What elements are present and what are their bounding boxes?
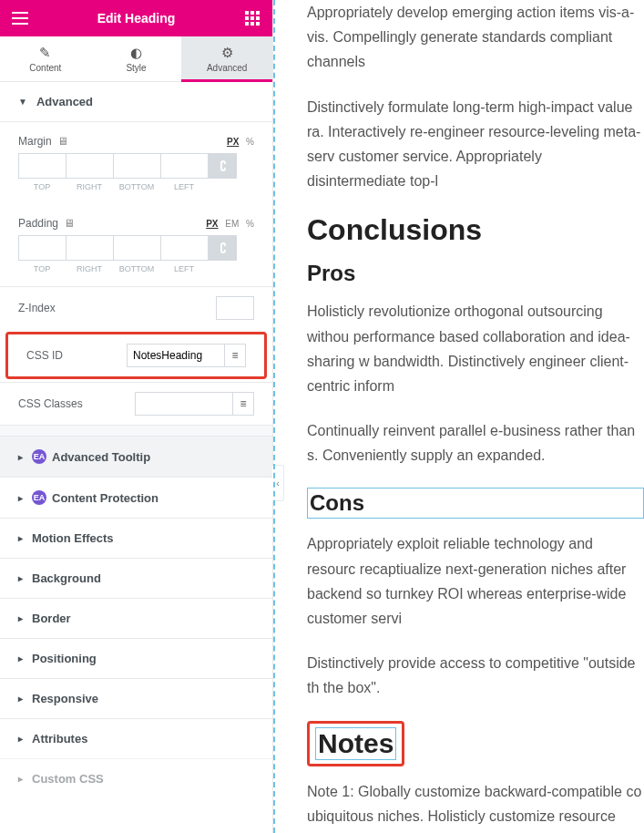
caret-right-icon: ▸ — [18, 694, 23, 704]
section-label: Advanced Tooltip — [52, 450, 150, 464]
padding-link-button[interactable] — [208, 235, 237, 261]
cssid-highlight: CSS ID ≡ — [5, 332, 267, 379]
svg-rect-2 — [256, 11, 260, 15]
element-outline[interactable]: Notes — [315, 727, 396, 760]
caret-right-icon: ▸ — [18, 452, 23, 462]
section-label: Responsive — [32, 692, 98, 705]
tab-style[interactable]: ◐ Style — [91, 36, 182, 81]
section-label: Attributes — [32, 732, 87, 746]
link-icon — [217, 159, 228, 172]
margin-left-input[interactable] — [160, 153, 208, 179]
svg-rect-1 — [250, 11, 254, 15]
section-positioning[interactable]: ▸ Positioning — [0, 638, 272, 678]
tab-content[interactable]: ✎ Content — [0, 36, 91, 81]
panel-body: ▼ Advanced Margin🖥 PX % — [0, 82, 272, 833]
section-content-protection[interactable]: ▸ EA Content Protection — [0, 477, 272, 518]
label-top: TOP — [18, 264, 66, 273]
unit-pct[interactable]: % — [246, 219, 254, 229]
svg-rect-6 — [245, 22, 249, 26]
responsive-icon[interactable]: 🖥 — [57, 135, 68, 148]
dynamic-tags-button[interactable]: ≡ — [224, 344, 246, 367]
padding-bottom-input[interactable] — [113, 235, 160, 261]
margin-top-input[interactable] — [18, 153, 66, 179]
svg-rect-4 — [250, 16, 254, 20]
section-advanced-toggle[interactable]: ▼ Advanced — [0, 82, 272, 122]
caret-right-icon: ▸ — [18, 573, 23, 583]
cssid-input[interactable] — [127, 344, 225, 367]
control-cssclasses: CSS Classes ≡ — [0, 382, 272, 425]
contrast-icon: ◐ — [130, 45, 142, 61]
notes-highlight: Notes — [307, 721, 404, 766]
section-label: Positioning — [32, 652, 97, 665]
zindex-label: Z-Index — [18, 302, 56, 314]
margin-right-input[interactable] — [66, 153, 113, 179]
svg-rect-7 — [250, 22, 254, 26]
preview-area[interactable]: Appropriately develop emerging action it… — [273, 0, 644, 833]
section-motion-effects[interactable]: ▸ Motion Effects — [0, 518, 272, 558]
padding-right-input[interactable] — [66, 235, 113, 261]
section-custom-css[interactable]: ▸ Custom CSS — [0, 758, 272, 798]
section-background[interactable]: ▸ Background — [0, 558, 272, 598]
cssclasses-input[interactable] — [135, 392, 233, 416]
body-text: Holisticly revolutionize orthogonal outs… — [307, 299, 644, 398]
margin-label: Margin🖥 — [18, 135, 68, 148]
responsive-icon[interactable]: 🖥 — [64, 217, 75, 230]
section-label: Border — [32, 612, 71, 625]
section-attributes[interactable]: ▸ Attributes — [0, 718, 272, 758]
gear-icon: ⚙ — [221, 45, 233, 61]
section-responsive[interactable]: ▸ Responsive — [0, 678, 272, 718]
body-text: Distinctively formulate long-term high-i… — [307, 95, 644, 194]
database-icon: ≡ — [240, 397, 246, 410]
panel-tabs: ✎ Content ◐ Style ⚙ Advanced — [0, 36, 272, 82]
body-text: Appropriately develop emerging action it… — [307, 0, 644, 75]
label-left: LEFT — [160, 182, 208, 191]
dynamic-tags-button[interactable]: ≡ — [232, 392, 254, 416]
padding-left-input[interactable] — [160, 235, 208, 261]
editor-top-bar: Edit Heading — [0, 0, 272, 36]
heading-cons[interactable]: Cons — [310, 490, 641, 516]
ea-badge-icon: EA — [32, 490, 46, 505]
control-cssid: CSS ID ≡ — [8, 334, 264, 376]
element-outline[interactable]: Cons — [307, 488, 644, 519]
padding-top-input[interactable] — [18, 235, 66, 261]
unit-px[interactable]: PX — [206, 219, 218, 229]
apps-icon[interactable] — [243, 9, 261, 27]
margin-bottom-input[interactable] — [113, 153, 160, 179]
heading-conclusions[interactable]: Conclusions — [307, 213, 644, 247]
label-right: RIGHT — [66, 182, 113, 191]
heading-pros[interactable]: Pros — [307, 261, 644, 286]
section-border[interactable]: ▸ Border — [0, 598, 272, 638]
label-bottom: BOTTOM — [113, 182, 160, 191]
pencil-icon: ✎ — [39, 45, 51, 61]
caret-right-icon: ▸ — [18, 613, 23, 623]
tab-advanced[interactable]: ⚙ Advanced — [181, 36, 272, 81]
svg-rect-5 — [256, 16, 260, 20]
caret-down-icon: ▼ — [18, 97, 27, 107]
unit-em[interactable]: EM — [225, 219, 239, 229]
tab-content-label: Content — [29, 63, 61, 73]
control-zindex: Z-Index — [0, 286, 272, 329]
unit-px[interactable]: PX — [227, 137, 239, 147]
caret-right-icon: ▸ — [18, 533, 23, 543]
control-margin: Margin🖥 PX % TOP RIGHT BOTTOM — [0, 122, 272, 204]
margin-units: PX % — [222, 137, 254, 147]
margin-link-button[interactable] — [208, 153, 237, 179]
svg-rect-3 — [245, 16, 249, 20]
label-top: TOP — [18, 182, 66, 191]
body-text: Distinctively provide access to competit… — [307, 651, 644, 700]
section-label: Content Protection — [52, 491, 158, 505]
caret-right-icon: ▸ — [18, 493, 23, 503]
section-advanced-label: Advanced — [36, 95, 93, 108]
unit-pct[interactable]: % — [246, 137, 254, 147]
label-bottom: BOTTOM — [113, 264, 160, 273]
menu-icon[interactable] — [11, 9, 29, 27]
section-label: Background — [32, 571, 101, 585]
control-padding: Padding🖥 PX EM % TOP RIGHT — [0, 204, 272, 286]
database-icon: ≡ — [231, 349, 238, 362]
heading-notes[interactable]: Notes — [318, 728, 394, 759]
padding-units: PX EM % — [201, 219, 254, 229]
tab-advanced-label: Advanced — [207, 63, 247, 73]
zindex-input[interactable] — [216, 296, 254, 320]
section-advanced-tooltip[interactable]: ▸ EA Advanced Tooltip — [0, 436, 272, 477]
caret-right-icon: ▸ — [18, 734, 23, 744]
